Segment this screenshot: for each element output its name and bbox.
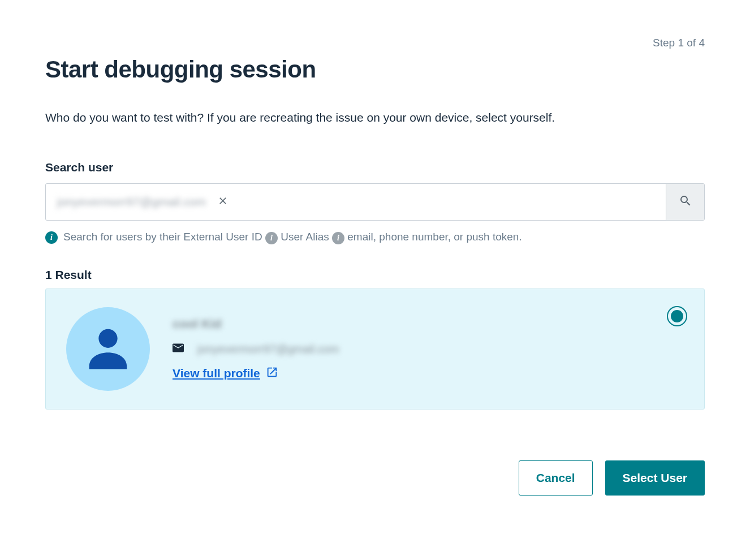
view-full-profile-label: View full profile [173, 367, 260, 380]
hint-prefix: Search for users by their External User … [63, 231, 262, 243]
select-user-button[interactable]: Select User [605, 460, 705, 496]
hint-suffix: email, phone number, or push token. [347, 231, 521, 243]
search-input-group: jonyevermorr97@gmail.com [45, 183, 705, 221]
page-title: Start debugging session [45, 56, 705, 83]
page-description: Who do you want to test with? If you are… [45, 109, 705, 127]
info-icon[interactable]: i [265, 232, 278, 244]
hint-user-alias: User Alias [281, 231, 329, 243]
person-icon [80, 320, 136, 378]
close-icon [217, 195, 229, 208]
search-button[interactable] [666, 184, 704, 220]
clear-search-button[interactable] [213, 191, 233, 213]
results-count-label: 1 Result [45, 268, 705, 282]
search-user-label: Search user [45, 161, 705, 174]
cancel-button[interactable]: Cancel [519, 460, 593, 496]
result-card[interactable]: cool Kid jonyevermorr97@gmail.com View f… [45, 288, 705, 410]
select-user-radio[interactable] [667, 306, 687, 326]
avatar [66, 307, 150, 391]
view-full-profile-link[interactable]: View full profile [173, 366, 278, 381]
info-icon[interactable]: i [332, 232, 344, 244]
info-icon: i [45, 231, 58, 244]
result-user-name: cool Kid [173, 317, 684, 331]
email-icon [173, 343, 184, 355]
result-user-email: jonyevermorr97@gmail.com [197, 343, 339, 356]
search-hint: i Search for users by their External Use… [45, 231, 705, 244]
step-indicator: Step 1 of 4 [45, 37, 705, 49]
search-icon [679, 194, 692, 209]
search-input[interactable]: jonyevermorr97@gmail.com [57, 195, 206, 209]
external-link-icon [266, 366, 278, 381]
